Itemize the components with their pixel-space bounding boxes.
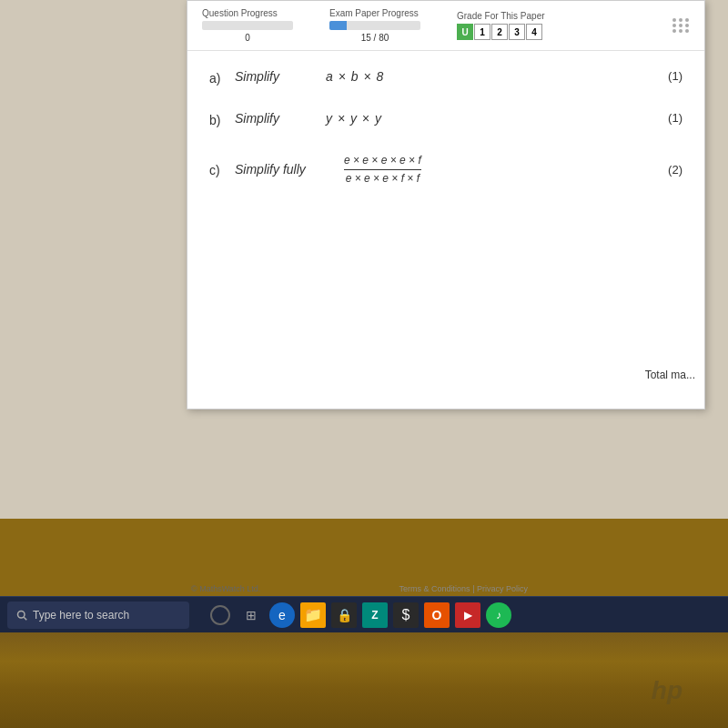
fraction-expression: e × e × e × e × f e × e × e × f × f bbox=[344, 153, 421, 187]
grade-section: Grade For This Paper U 1 2 3 4 bbox=[457, 11, 545, 40]
grade-3: 3 bbox=[509, 24, 525, 40]
search-input-label: Type here to search bbox=[33, 609, 129, 622]
taskbar-icons: ⊞ e 📁 🔒 Z $ O bbox=[207, 602, 511, 628]
terms-link[interactable]: Terms & Conditions bbox=[399, 584, 470, 593]
task-view-icon[interactable]: ⊞ bbox=[238, 602, 264, 628]
grid-icon bbox=[672, 18, 690, 33]
fraction-numerator: e × e × e × e × f bbox=[344, 153, 421, 168]
exam-paper: Question Progress 0 Exam Paper Progress … bbox=[187, 0, 705, 410]
question-b-content: Simplify y × y × y bbox=[235, 111, 682, 126]
hp-logo: hp bbox=[652, 676, 682, 705]
copyright-bar: © MathsWatch Ltd. Terms & Conditions | P… bbox=[0, 584, 728, 593]
grade-u: U bbox=[457, 24, 473, 40]
svg-point-0 bbox=[18, 611, 25, 618]
teal-app-icon[interactable]: Z bbox=[362, 602, 388, 628]
question-b-label: b) bbox=[209, 111, 235, 127]
grade-boxes: U 1 2 3 4 bbox=[457, 24, 545, 40]
cortana-icon[interactable] bbox=[207, 602, 233, 628]
copyright-text: © MathsWatch Ltd. bbox=[191, 584, 260, 593]
question-b-verb: Simplify bbox=[235, 111, 317, 126]
question-progress-value: 0 bbox=[202, 33, 293, 43]
fraction-denominator: e × e × e × f × f bbox=[346, 171, 420, 187]
question-a-row: a) Simplify a × b × 8 (1) bbox=[209, 69, 682, 86]
header-bar: Question Progress 0 Exam Paper Progress … bbox=[187, 1, 704, 51]
question-progress-bar bbox=[202, 21, 293, 30]
question-a-verb: Simplify bbox=[235, 69, 317, 84]
search-icon bbox=[16, 610, 27, 621]
question-progress-label: Question Progress bbox=[202, 8, 293, 18]
question-c-marks: (2) bbox=[668, 163, 682, 177]
question-b-expr: y × y × y bbox=[326, 111, 382, 126]
questions-area: a) Simplify a × b × 8 (1) b) Simplify y … bbox=[187, 51, 704, 230]
youtube-icon[interactable]: ▶ bbox=[455, 602, 480, 628]
privacy-link[interactable]: Privacy Policy bbox=[477, 584, 528, 593]
spotify-icon[interactable]: ♪ bbox=[486, 602, 511, 628]
question-a-marks: (1) bbox=[668, 69, 682, 83]
question-c-content: Simplify fully e × e × e × e × f e × e ×… bbox=[235, 153, 682, 187]
exam-paper-progress-section: Exam Paper Progress 15 / 80 bbox=[329, 8, 420, 43]
exam-progress-value: 15 / 80 bbox=[329, 33, 420, 43]
grade-4: 4 bbox=[526, 24, 542, 40]
taskbar: Type here to search ⊞ e 📁 🔒 bbox=[0, 596, 728, 728]
edge-icon[interactable]: e bbox=[269, 602, 295, 628]
question-c-label: c) bbox=[209, 161, 235, 177]
question-c-row: c) Simplify fully e × e × e × e × f e × … bbox=[209, 153, 682, 187]
grade-1: 1 bbox=[474, 24, 490, 40]
exam-progress-bar bbox=[329, 21, 420, 30]
grade-label: Grade For This Paper bbox=[457, 11, 545, 21]
question-a-content: Simplify a × b × 8 bbox=[235, 69, 682, 84]
finance-icon[interactable]: $ bbox=[393, 602, 419, 628]
question-progress-section: Question Progress 0 bbox=[202, 8, 293, 43]
cortana-circle bbox=[210, 605, 230, 625]
grade-2: 2 bbox=[491, 24, 508, 40]
question-c-verb: Simplify fully bbox=[235, 162, 335, 177]
terms-privacy-links: Terms & Conditions | Privacy Policy bbox=[399, 584, 528, 593]
question-b-row: b) Simplify y × y × y (1) bbox=[209, 111, 682, 127]
fraction-line bbox=[344, 169, 421, 170]
security-icon[interactable]: 🔒 bbox=[331, 602, 357, 628]
question-a-expr: a × b × 8 bbox=[326, 69, 384, 84]
exam-progress-fill bbox=[329, 21, 347, 30]
office-icon[interactable]: O bbox=[424, 602, 450, 628]
file-explorer-icon[interactable]: 📁 bbox=[300, 602, 326, 628]
question-a-label: a) bbox=[209, 69, 235, 86]
total-marks-text: Total ma... bbox=[645, 369, 695, 381]
taskbar-top: Type here to search ⊞ e 📁 🔒 bbox=[0, 596, 728, 632]
search-box[interactable]: Type here to search bbox=[7, 602, 189, 629]
desktop-background-bottom: hp bbox=[0, 632, 728, 728]
grid-icon-area bbox=[672, 18, 690, 33]
svg-line-1 bbox=[24, 617, 26, 620]
question-b-marks: (1) bbox=[668, 111, 682, 125]
exam-progress-label: Exam Paper Progress bbox=[329, 8, 420, 18]
